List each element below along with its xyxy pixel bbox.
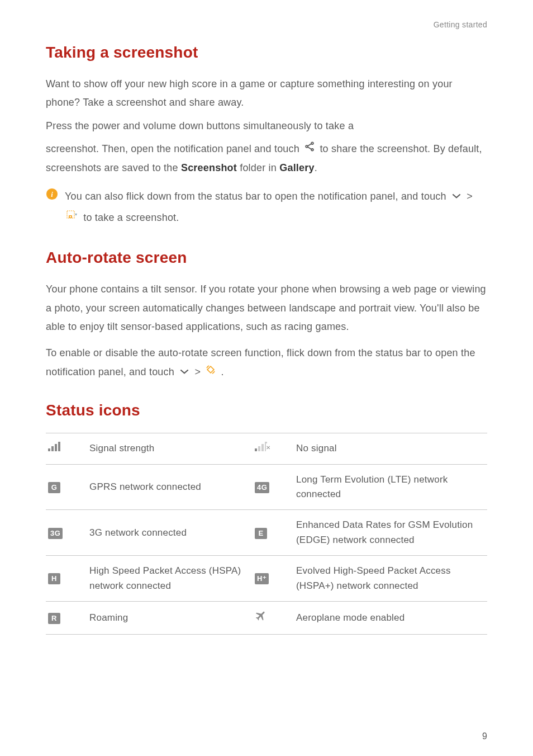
info-icon: i [46,188,58,202]
chevron-down-icon [179,363,190,381]
cell-edge: Enhanced Data Rates for GSM Evolution (E… [292,510,487,556]
text-fragment: You can also flick down from the status … [65,191,449,202]
text-fragment: to take a screenshot. [83,212,179,223]
table-row: R Roaming Aeroplane mode enabled [46,601,487,634]
signal-strength-icon [46,433,85,464]
svg-point-9 [70,216,71,217]
chevron-down-icon [451,186,462,207]
autorotate-paragraph-1: Your phone contains a tilt sensor. If yo… [46,280,487,336]
screenshot-folder-label: Screenshot [181,162,237,173]
text-fragment: folder in [240,162,279,173]
text-fragment: . [315,162,317,173]
svg-point-1 [306,146,308,148]
cell-roaming: Roaming [85,601,253,634]
cell-gprs: GPRS network connected [85,464,253,510]
hspa-plus-icon: H⁺ [253,556,292,602]
table-row: H High Speed Packet Access (HSPA) networ… [46,556,487,602]
table-row: G GPRS network connected 4G Long Term Ev… [46,464,487,510]
4g-icon: 4G [253,464,292,510]
svg-point-2 [311,149,313,151]
gprs-icon: G [46,464,85,510]
cell-hspa-plus: Evolved High-Speed Packet Access (HSPA+)… [292,556,487,602]
cell-airplane: Aeroplane mode enabled [292,601,487,634]
roaming-icon: R [46,601,85,634]
cell-hspa: High Speed Packet Access (HSPA) network … [85,556,253,602]
no-signal-icon: ✕ [253,433,292,464]
text-fragment: . [221,366,224,377]
text-fragment: > [194,366,203,377]
screenshot-paragraph-1a: Want to show off your new high score in … [46,75,487,112]
page-header: Getting started [46,20,487,29]
section-title-screenshot: Taking a screenshot [46,44,487,62]
cell-signal-strength: Signal strength [85,433,253,464]
hspa-icon: H [46,556,85,602]
edge-icon: E [253,510,292,556]
screenshot-paragraph-2: screenshot. Then, open the notification … [46,140,487,177]
rotate-icon [205,363,216,381]
cell-lte: Long Term Evolution (LTE) network connec… [292,464,487,510]
status-icons-table: Signal strength ✕ No signal G GPRS netwo… [46,433,487,635]
info-note: i You can also flick down from the statu… [46,186,487,229]
gallery-folder-label: Gallery [279,162,314,173]
cell-3g: 3G network connected [85,510,253,556]
3g-icon: 3G [46,510,85,556]
svg-line-4 [308,144,312,146]
page-number: 9 [482,731,487,741]
screenshot-paragraph-1b: Press the power and volume down buttons … [46,117,487,135]
section-title-autorotate: Auto-rotate screen [46,249,487,267]
autorotate-paragraph-2: To enable or disable the auto-rotate scr… [46,344,487,381]
svg-text:i: i [51,191,53,199]
info-text: You can also flick down from the status … [65,186,487,229]
text-fragment: screenshot. Then, open the notification … [46,143,302,154]
cell-no-signal: No signal [292,433,487,464]
share-icon [304,140,315,158]
svg-rect-10 [207,366,214,373]
section-title-status-icons: Status icons [46,401,487,419]
text-fragment: > [467,191,473,202]
text-fragment: To enable or disable the auto-rotate scr… [46,347,475,377]
svg-line-3 [308,147,312,149]
airplane-icon [253,601,292,634]
table-row: Signal strength ✕ No signal [46,433,487,464]
svg-point-0 [311,143,313,145]
table-row: 3G 3G network connected E Enhanced Data … [46,510,487,556]
screenshot-tool-icon [66,208,79,229]
